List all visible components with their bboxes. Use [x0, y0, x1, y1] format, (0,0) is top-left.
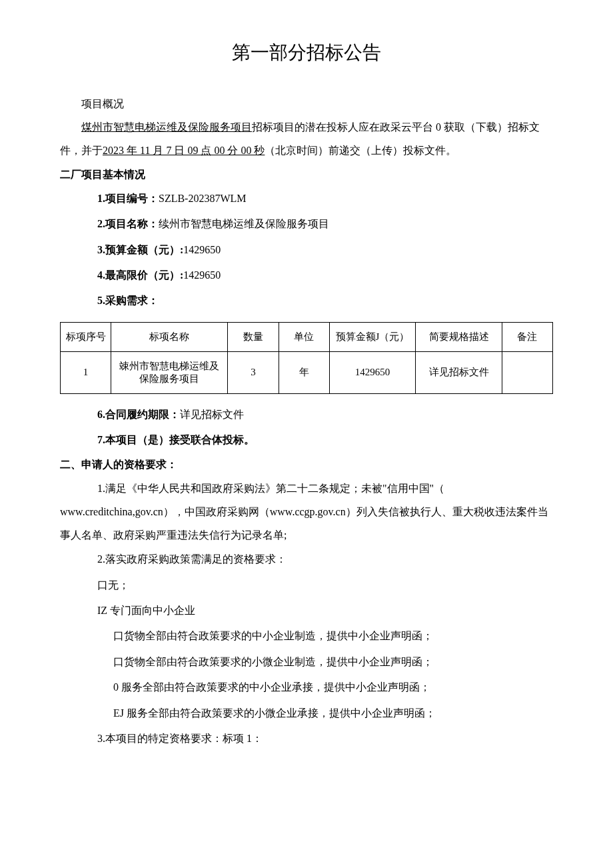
td-qty: 3: [228, 351, 279, 393]
overview-paragraph: 煤州市智慧电梯运维及保险服务项目招标项目的潜在投标人应在政采云平台 0 获取（下…: [60, 115, 553, 162]
qual-3: 3.本项目的特定资格要求：标项 1：: [60, 726, 553, 751]
item-budget: 3.预算金额（元）:1429650: [60, 237, 553, 263]
qual-2-opt-sme: IZ 专门面向中小企业: [60, 598, 553, 623]
th-spec: 简要规格描述: [416, 322, 502, 351]
section-2-heading: 二、申请人的资格要求：: [60, 453, 553, 476]
qual-2-sub-4: EJ 服务全部由符合政策要求的小微企业承接，提供中小企业声明函；: [60, 701, 553, 726]
qual-2: 2.落实政府采购政策需满足的资格要求：: [60, 547, 553, 572]
th-seq: 标项序号: [61, 322, 111, 351]
section-1-heading: 二厂项目基本情况: [60, 163, 553, 186]
td-spec: 详见招标文件: [416, 351, 502, 393]
item-2-label: 2.项目名称：: [97, 218, 159, 229]
overview-text-2: （北京时间）前递交（上传）投标文件。: [265, 145, 456, 156]
td-unit: 年: [279, 351, 329, 393]
item-3-label: 3.预算金额（元）:: [97, 244, 183, 255]
qual-2-opt-none: 口无；: [60, 573, 553, 598]
item-1-value: SZLB-202387WLM: [159, 193, 247, 204]
td-name: 竦州市智慧电梯运维及保险服务项目: [111, 351, 228, 393]
item-contract-period: 6.合同履约期限：详见招标文件: [60, 402, 553, 427]
qual-2-sub-1: 口货物全部由符合政策要求的中小企业制造，提供中小企业声明函；: [60, 623, 553, 649]
item-2-value: 续州市智慧电梯运维及保险服务项目: [159, 218, 329, 229]
item-consortium: 7.本项目（是）接受联合体投标。: [60, 427, 553, 453]
item-purchase-req: 5.采购需求：: [60, 288, 553, 313]
td-remark: [502, 351, 552, 393]
item-project-number: 1.项目编号：SZLB-202387WLM: [60, 186, 553, 211]
qual-2-sub-2: 口货物全部由符合政策要求的小微企业制造，提供中小企业声明函；: [60, 649, 553, 675]
td-seq: 1: [61, 351, 111, 393]
th-qty: 数量: [228, 322, 279, 351]
th-unit: 单位: [279, 322, 329, 351]
item-3-value: 1429650: [183, 244, 221, 255]
item-4-value: 1429650: [183, 269, 221, 281]
table-row: 1 竦州市智慧电梯运维及保险服务项目 3 年 1429650 详见招标文件: [61, 351, 553, 393]
td-budget: 1429650: [329, 351, 416, 393]
qual-1-line-a: 1.满足《中华人民共和国政府采购法》第二十二条规定；未被"信用中国"（: [60, 477, 553, 500]
item-project-name: 2.项目名称：续州市智慧电梯运维及保险服务项目: [60, 211, 553, 237]
item-1-label: 1.项目编号：: [97, 193, 159, 204]
table-header-row: 标项序号 标项名称 数量 单位 预算金额J（元） 简要规格描述 备注: [61, 322, 553, 351]
qual-1-line-b: www.creditchina,gov.cn），中国政府采购网（www.ccgp…: [60, 500, 553, 547]
item-5-label: 5.采购需求：: [97, 295, 159, 306]
overview-label: 项目概况: [60, 92, 553, 115]
requirements-table: 标项序号 标项名称 数量 单位 预算金额J（元） 简要规格描述 备注 1 竦州市…: [60, 322, 553, 394]
item-7-label: 7.本项目（是）接受联合体投标。: [97, 434, 255, 445]
item-6-label: 6.合同履约期限：: [97, 409, 180, 420]
th-remark: 备注: [502, 322, 552, 351]
overview-project-underline: 煤州市智慧电梯运维及保险服务项目: [81, 121, 252, 133]
item-6-value: 详见招标文件: [180, 409, 244, 420]
overview-date-underline: 2023 年 11 月 7 日 09 点 00 分 00 秒: [103, 145, 265, 156]
th-name: 标项名称: [111, 322, 228, 351]
item-4-label: 4.最高限价（元）:: [97, 269, 183, 281]
item-max-price: 4.最高限价（元）:1429650: [60, 263, 553, 288]
th-budget: 预算金额J（元）: [329, 322, 416, 351]
document-title: 第一部分招标公告: [60, 40, 553, 65]
qual-2-sub-3: 0 服务全部由符合政策要求的中小企业承接，提供中小企业声明函；: [60, 675, 553, 700]
